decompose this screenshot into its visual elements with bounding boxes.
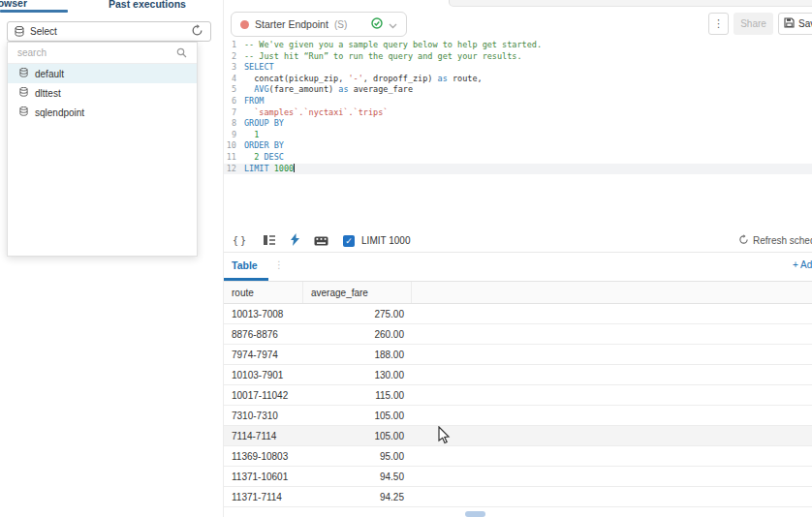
code-line[interactable]: 9 1 [224,130,812,141]
schema-dropdown-panel: search default dlttest sqlendpoint [7,42,198,257]
cell-route: 7310-7310 [224,406,303,425]
line-number: 10 [224,140,244,152]
line-number: 1 [224,40,244,51]
refresh-schedule-button[interactable]: Refresh schedule [738,234,812,247]
code-line[interactable]: 11 2 DESC [224,152,812,164]
cell-filler [412,345,812,364]
code-editor[interactable]: 1-- We've given you a sample query below… [224,40,812,174]
share-button-label: Share [740,18,766,29]
cell-route: 11371-7114 [224,487,303,506]
horizontal-scrollbar-thumb[interactable] [465,511,485,517]
cell-route: 7114-7114 [224,426,303,445]
column-header-average-fare[interactable]: average_fare [303,282,412,303]
cell-average-fare: 95.00 [303,446,412,466]
database-item-sqlendpoint[interactable]: sqlendpoint [8,103,197,122]
database-item-dlttest[interactable]: dlttest [8,83,197,103]
endpoint-name: Starter Endpoint [255,18,328,30]
code-line[interactable]: 12LIMIT 1000 [224,164,812,175]
refresh-icon[interactable] [191,23,203,41]
tab-past-executions[interactable]: Past executions [109,0,186,12]
table-row: 10017-11042115.00 [224,385,812,406]
database-item-label: sqlendpoint [35,107,84,118]
table-row: 11371-1060194.50 [224,467,812,487]
status-check-icon [371,15,383,33]
active-tab-underline [0,10,68,13]
save-button-label: Save [798,18,812,29]
tab-schema-browser-label: Browser [0,0,27,9]
line-number: 5 [224,84,244,96]
cell-filler [412,426,812,445]
mouse-cursor [438,426,451,448]
indent-icon[interactable] [263,232,276,250]
cell-route: 8876-8876 [224,324,303,344]
cell-average-fare: 115.00 [303,385,412,405]
code-line[interactable]: 6FROM [224,96,812,107]
lightning-icon[interactable] [291,232,299,250]
add-visualization-button[interactable]: + Add [793,259,812,270]
cell-filler [412,304,812,323]
table-row: 11369-1080395.00 [224,446,812,467]
results-tab-bar: Table ⋮ + Add [224,253,812,281]
cell-route: 10103-7901 [224,365,303,384]
schema-select[interactable]: Select [7,21,211,42]
code-line[interactable]: 3SELECT [224,62,812,74]
editor-tabstrip [449,0,812,7]
code-line[interactable]: 5 AVG(fare_amount) as average_fare [224,84,812,96]
tab-table[interactable]: Table [232,259,258,271]
schema-search-placeholder: search [17,47,176,58]
format-code-icon[interactable]: {} [233,235,248,246]
more-options-button[interactable]: ⋮ [708,13,729,35]
database-item-default[interactable]: default [8,64,197,83]
line-number: 8 [224,118,244,130]
table-row: 10103-7901130.00 [224,365,812,385]
line-number: 6 [224,96,244,107]
refresh-schedule-label: Refresh schedule [753,235,812,246]
cell-filler [412,365,812,384]
cell-route: 7974-7974 [224,345,303,364]
save-button[interactable]: Save [778,13,812,35]
cell-filler [412,487,812,506]
cell-average-fare: 188.00 [303,345,412,364]
line-number: 2 [224,51,244,63]
code-line[interactable]: 1-- We've given you a sample query below… [224,40,812,51]
results-table: route average_fare 10013-7008275.008876-… [224,282,812,507]
results-table-header: route average_fare [224,282,812,304]
cell-route: 11369-10803 [224,446,303,466]
endpoint-selector[interactable]: Starter Endpoint (S) [231,12,407,37]
tab-past-executions-label: Past executions [109,0,186,10]
code-line[interactable]: 7 `samples`.`nyctaxi`.`trips` [224,107,812,119]
schema-search[interactable]: search [8,43,197,64]
cell-route: 10017-11042 [224,385,303,405]
kebab-icon: ⋮ [713,17,724,30]
endpoint-status-dot-icon [240,20,249,29]
cell-average-fare: 275.00 [303,304,412,323]
cell-filler [412,467,812,486]
code-line[interactable]: 8GROUP BY [224,118,812,130]
cell-average-fare: 94.25 [303,487,412,506]
search-icon [176,45,187,62]
database-icon [19,106,28,118]
database-icon [19,68,28,79]
code-line[interactable]: 4 concat(pickup_zip, '-', dropoff_zip) a… [224,74,812,85]
table-row: 10013-7008275.00 [224,304,812,324]
line-number: 7 [224,107,244,119]
chevron-down-icon [389,15,397,33]
column-header-filler [412,282,812,303]
limit-checkbox[interactable]: ✓ [343,235,355,247]
table-row: 7310-7310105.00 [224,406,812,426]
keyboard-shortcuts-icon[interactable] [314,232,328,250]
table-row: 11371-711494.25 [224,487,812,507]
line-number: 12 [224,164,244,175]
code-line[interactable]: 10ORDER BY [224,140,812,152]
share-button[interactable]: Share [734,13,773,35]
table-tab-kebab-icon[interactable]: ⋮ [274,259,284,270]
table-row: 7114-7114105.00 [224,426,812,446]
endpoint-suffix: (S) [334,19,365,30]
code-line[interactable]: 2-- Just hit “Run” to run the query and … [224,51,812,63]
column-header-route[interactable]: route [224,282,303,303]
cell-average-fare: 105.00 [303,406,412,425]
line-number: 11 [224,152,244,164]
line-number: 9 [224,130,244,141]
line-number: 3 [224,62,244,74]
cell-average-fare: 94.50 [303,467,412,486]
